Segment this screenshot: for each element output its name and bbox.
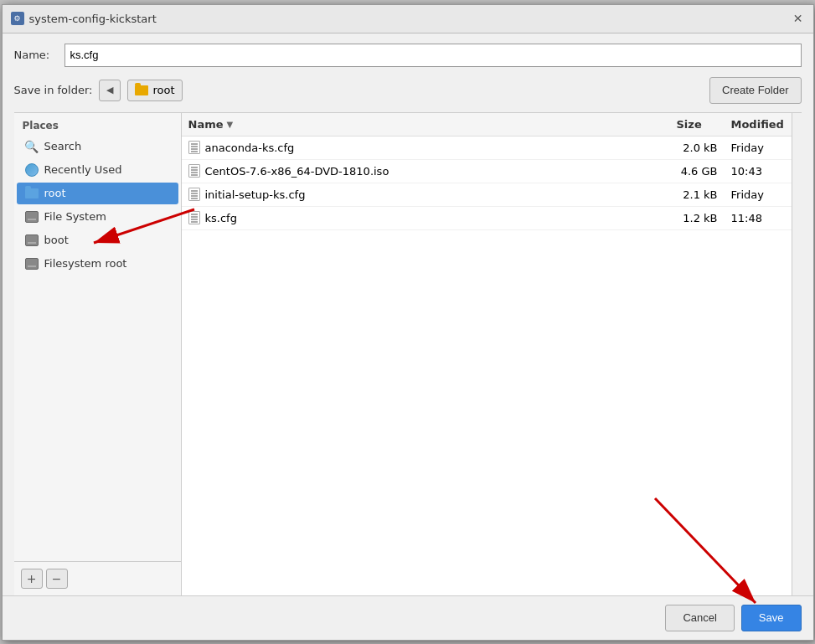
table-row[interactable]: anaconda-ks.cfg 2.0 kB Friday — [182, 137, 792, 160]
main-area: Places 🔍 Search Recently Used root File … — [14, 112, 802, 595]
add-bookmark-button[interactable]: + — [21, 569, 43, 589]
create-folder-button[interactable]: Create Folder — [709, 77, 801, 104]
folder-root-icon — [25, 187, 39, 200]
table-row[interactable]: ks.cfg 1.2 kB 11:48 — [182, 207, 792, 230]
file-doc-icon — [188, 211, 200, 224]
current-folder[interactable]: root — [127, 80, 182, 101]
file-cell-modified: 11:48 — [725, 209, 792, 228]
bottom-buttons: Cancel Save — [3, 595, 813, 640]
drive-filesystem-icon — [25, 210, 39, 224]
filename-input[interactable] — [64, 44, 802, 67]
sidebar-item-filesystem-root[interactable]: Filesystem root — [17, 253, 178, 275]
sidebar-label-file-system: File System — [44, 210, 106, 223]
file-cell-name: anaconda-ks.cfg — [182, 137, 670, 157]
file-doc-icon — [188, 164, 200, 178]
file-cell-name: initial-setup-ks.cfg — [182, 184, 670, 204]
file-doc-icon — [188, 141, 200, 154]
sidebar-bottom: + − — [14, 561, 181, 595]
file-cell-size: 2.0 kB — [670, 138, 725, 157]
file-list: anaconda-ks.cfg 2.0 kB Friday CentOS-7.6… — [182, 137, 792, 595]
sort-arrow-name: ▼ — [227, 120, 234, 129]
sidebar-item-root[interactable]: root — [17, 183, 178, 204]
file-cell-size: 4.6 GB — [670, 162, 725, 181]
search-icon: 🔍 — [25, 140, 39, 153]
table-row[interactable]: initial-setup-ks.cfg 2.1 kB Friday — [182, 183, 792, 207]
scrollbar[interactable] — [792, 113, 802, 595]
nav-back-button[interactable]: ◀ — [99, 80, 121, 101]
file-cell-size: 1.2 kB — [670, 209, 725, 228]
sidebar-section-header: Places — [14, 113, 181, 135]
sidebar-item-recently-used[interactable]: Recently Used — [17, 159, 178, 181]
app-icon: ⚙ — [11, 12, 24, 25]
remove-bookmark-button[interactable]: − — [46, 569, 68, 589]
name-row: Name: — [3, 33, 813, 74]
cancel-button[interactable]: Cancel — [665, 605, 734, 631]
sidebar-label-search: Search — [44, 140, 82, 152]
file-cell-modified: 10:43 — [725, 162, 792, 181]
dialog-title: system-config-kickstart — [29, 13, 157, 25]
file-list-header: Name ▼ Size Modified — [182, 113, 792, 137]
sidebar: Places 🔍 Search Recently Used root File … — [14, 113, 182, 595]
folder-icon — [135, 85, 148, 95]
sidebar-item-boot[interactable]: boot — [17, 229, 178, 251]
drive-boot-icon — [25, 234, 39, 247]
sidebar-item-file-system[interactable]: File System — [17, 206, 178, 228]
table-row[interactable]: CentOS-7.6-x86_64-DVD-1810.iso 4.6 GB 10… — [182, 160, 792, 183]
sidebar-label-filesystem-root: Filesystem root — [44, 257, 127, 270]
save-button[interactable]: Save — [741, 605, 802, 631]
sidebar-item-search[interactable]: 🔍 Search — [17, 136, 178, 157]
globe-icon — [25, 163, 39, 177]
close-button[interactable]: ✕ — [792, 12, 805, 25]
column-header-modified[interactable]: Modified — [725, 115, 792, 134]
column-header-name[interactable]: Name ▼ — [182, 115, 670, 134]
sidebar-label-recently-used: Recently Used — [44, 163, 122, 176]
column-header-size[interactable]: Size — [670, 115, 725, 134]
file-list-area: Name ▼ Size Modified anaconda-ks.cfg 2.0… — [182, 113, 792, 595]
file-cell-size: 2.1 kB — [670, 185, 725, 204]
file-cell-modified: Friday — [725, 185, 792, 204]
current-folder-name: root — [152, 84, 174, 96]
name-label: Name: — [14, 49, 56, 61]
save-in-row: Save in folder: ◀ root Create Folder — [3, 74, 813, 112]
sidebar-label-boot: boot — [44, 234, 69, 246]
file-doc-icon — [188, 188, 200, 201]
file-cell-name: ks.cfg — [182, 208, 670, 228]
file-cell-modified: Friday — [725, 138, 792, 157]
drive-fsroot-icon — [25, 257, 39, 270]
titlebar: ⚙ system-config-kickstart ✕ — [3, 5, 813, 33]
save-in-label: Save in folder: — [14, 84, 93, 96]
file-cell-name: CentOS-7.6-x86_64-DVD-1810.iso — [182, 161, 670, 181]
sidebar-label-root: root — [44, 187, 66, 199]
